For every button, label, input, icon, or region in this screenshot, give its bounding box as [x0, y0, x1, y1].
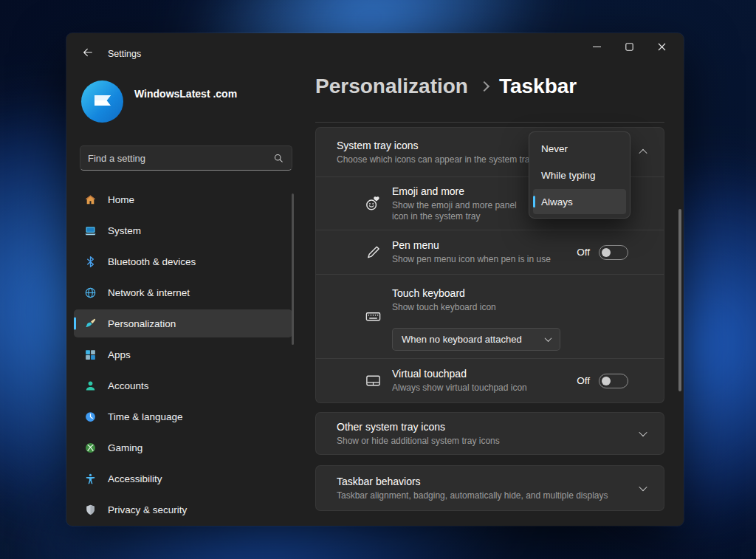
chevron-right-icon [479, 81, 489, 92]
search-input[interactable] [80, 153, 273, 164]
chevron-up-icon[interactable] [639, 149, 647, 157]
bluetooth-icon [83, 255, 97, 268]
touch-keyboard-icon [363, 307, 382, 326]
close-icon [658, 41, 666, 54]
network-icon [83, 286, 97, 299]
sidebar-item-label: Privacy & security [108, 504, 187, 515]
breadcrumb: Personalization Taskbar [315, 75, 577, 98]
gaming-icon [83, 441, 97, 454]
pen-menu-toggle[interactable] [599, 245, 628, 260]
toggle-state-label: Off [577, 247, 590, 258]
row-subtitle: Always show virtual touchpad icon [392, 383, 527, 394]
desktop: { "colors": { "accent": "#4CC2FF", "wind… [0, 0, 756, 559]
header-divider [315, 122, 664, 123]
main-scrollbar[interactable] [678, 209, 681, 391]
pen-icon [363, 243, 382, 262]
sidebar-scrollbar[interactable] [292, 193, 294, 345]
sidebar-item-label: Home [108, 194, 134, 205]
sidebar-item-label: Time & language [108, 411, 183, 422]
option-label: Always [541, 196, 573, 208]
minimize-icon [593, 41, 601, 54]
chevron-down-icon[interactable] [639, 483, 647, 491]
sidebar-item-accessibility[interactable]: Accessibility [74, 464, 292, 493]
card-title: Taskbar behaviors [337, 476, 640, 488]
sidebar-item-personalization[interactable]: Personalization [74, 309, 292, 337]
virtual-touchpad-toggle[interactable] [599, 374, 628, 388]
window-controls [580, 36, 678, 58]
sidebar-item-label: Accounts [108, 380, 149, 391]
sidebar-nav: Home System Bluetooth & devices Network … [74, 185, 292, 526]
profile-name: WindowsLatest .com [134, 88, 237, 100]
minimize-button[interactable] [580, 36, 613, 58]
breadcrumb-parent[interactable]: Personalization [315, 75, 468, 98]
home-icon [83, 193, 97, 206]
row-title: Pen menu [392, 239, 551, 252]
select-value: When no keyboard attached [402, 334, 522, 345]
time-language-icon [83, 410, 97, 423]
sidebar-item-network-internet[interactable]: Network & internet [74, 278, 292, 306]
row-subtitle: Show the emoji and more panel icon in th… [392, 200, 520, 222]
accounts-icon [83, 379, 97, 392]
option-label: While typing [541, 170, 596, 181]
pen-menu-row: Pen menu Show pen menu icon when pen is … [316, 230, 664, 274]
sidebar-item-apps[interactable]: Apps [74, 340, 292, 368]
sidebar-item-gaming[interactable]: Gaming [74, 433, 292, 462]
virtual-touchpad-row: Virtual touchpad Always show virtual tou… [316, 358, 664, 402]
sidebar-item-label: System [108, 225, 141, 236]
touch-keyboard-select[interactable]: When no keyboard attached [392, 328, 560, 351]
sidebar-item-label: Network & internet [108, 287, 190, 298]
sidebar-item-label: Apps [108, 349, 131, 360]
dropdown-option-always[interactable]: Always [533, 189, 626, 214]
toggle-knob [602, 377, 611, 385]
sidebar-item-label: Accessibility [108, 473, 162, 484]
dropdown-option-while-typing[interactable]: While typing [533, 162, 626, 188]
card-subtitle: Taskbar alignment, badging, automaticall… [337, 490, 640, 501]
sidebar-item-bluetooth-devices[interactable]: Bluetooth & devices [74, 247, 292, 275]
profile-avatar[interactable] [81, 80, 123, 123]
personalization-icon [83, 317, 97, 330]
toggle-state-label: Off [577, 375, 590, 386]
sidebar-item-time-language[interactable]: Time & language [74, 402, 292, 431]
close-button[interactable] [645, 36, 678, 58]
accessibility-icon [83, 472, 97, 485]
row-title: Touch keyboard [392, 287, 646, 300]
sidebar-item-label: Gaming [108, 442, 142, 453]
selection-indicator [533, 196, 535, 208]
taskbar-behaviors-card[interactable]: Taskbar behaviors Taskbar alignment, bad… [315, 465, 664, 511]
row-subtitle: Show touch keyboard icon [392, 302, 646, 313]
sidebar-item-label: Personalization [108, 318, 176, 329]
card-title: Other system tray icons [337, 421, 640, 433]
window-title: Settings [108, 49, 141, 59]
sidebar-item-system[interactable]: System [74, 216, 292, 244]
windowslatest-logo-icon [92, 89, 114, 114]
search-box [80, 145, 292, 171]
chevron-down-icon[interactable] [639, 428, 647, 436]
touch-keyboard-row: Touch keyboard Show touch keyboard icon … [316, 274, 664, 358]
selection-indicator [74, 318, 76, 330]
row-title: Emoji and more [392, 185, 520, 198]
search-icon [273, 153, 292, 164]
dropdown-option-never[interactable]: Never [533, 136, 626, 161]
sidebar-item-accounts[interactable]: Accounts [74, 371, 292, 399]
breadcrumb-current: Taskbar [499, 75, 577, 98]
sidebar-item-privacy-security[interactable]: Privacy & security [74, 495, 292, 524]
system-icon [83, 224, 97, 237]
emoji-icon [363, 194, 382, 213]
toggle-knob [602, 248, 611, 257]
tray-visibility-dropdown-flyout: Never While typing Always [529, 131, 630, 219]
maximize-icon [625, 41, 633, 54]
back-button[interactable] [75, 43, 100, 65]
maximize-button[interactable] [613, 36, 645, 58]
sidebar-item-home[interactable]: Home [74, 185, 292, 213]
row-subtitle: Show pen menu icon when pen is in use [392, 254, 551, 265]
apps-icon [83, 348, 97, 361]
chevron-down-icon [545, 335, 552, 342]
option-label: Never [541, 143, 568, 154]
settings-window: Settings WindowsLatest .com Home System [66, 33, 684, 526]
other-system-tray-icons-card[interactable]: Other system tray icons Show or hide add… [315, 412, 664, 455]
virtual-touchpad-icon [363, 371, 382, 391]
sidebar-item-label: Bluetooth & devices [108, 256, 196, 267]
row-title: Virtual touchpad [392, 368, 527, 380]
privacy-shield-icon [83, 503, 97, 516]
card-subtitle: Show or hide additional system tray icon… [337, 436, 640, 447]
